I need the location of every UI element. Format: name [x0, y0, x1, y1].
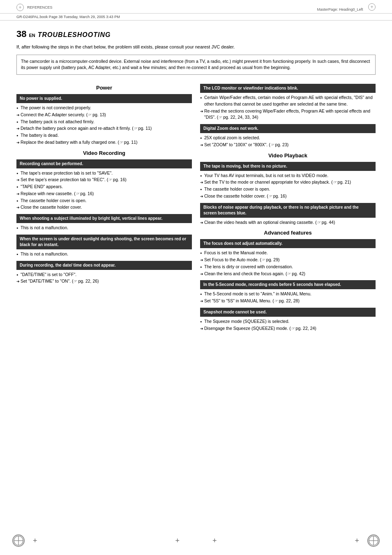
item-text: "DATE/TIME" is set to "OFF". [21, 272, 76, 277]
item-text: Set the TV to the mode or channel approp… [204, 180, 351, 184]
list-item: Set "ZOOM" to "100X" or "800X". (☞ pg. 2… [200, 142, 376, 148]
item-text: The battery pack is not attached firmly. [21, 119, 95, 124]
item-text: Your TV has AV input terminals, but is n… [204, 173, 328, 178]
snapshot-header: Snapshot mode cannot be used. [200, 308, 376, 317]
page-en-label: EN [29, 33, 35, 38]
item-text: Re-read the sections covering Wipe/Fader… [204, 108, 370, 120]
video-recording-header: Video Recording [16, 150, 192, 156]
item-text: Close the cassette holder cover. [21, 205, 82, 210]
list-item: Disengage the Squeeze (SQUEEZE) mode. (☞… [200, 325, 376, 332]
list-item: The 5-Second mode is set to "Anim." in M… [200, 291, 376, 297]
list-item: 25X optical zoom is selected. [200, 135, 376, 141]
col-right: The LCD monitor or viewfinder indication… [200, 81, 376, 333]
bottom-left-crosshair: + [33, 537, 37, 545]
list-item: Set "DATE/TIME" to "ON". (☞ pg. 22, 26) [16, 278, 192, 285]
item-text: "TAPE END" appears. [21, 184, 63, 189]
list-item: Close the cassette holder cover. [16, 204, 192, 211]
top-left-corner-mark [16, 4, 24, 11]
no-power-list: The power is not connected properly. Con… [16, 105, 192, 146]
top-right-corner-mark [368, 3, 376, 11]
list-item: "DATE/TIME" is set to "OFF". [16, 272, 192, 278]
tape-moving-list: Your TV has AV input terminals, but is n… [200, 173, 376, 200]
item-text: Set Focus to the Auto mode. (☞ pg. 29) [204, 257, 280, 262]
page-title: TROUBLESHOOTING [38, 31, 111, 39]
item-text: The power is not connected properly. [21, 105, 91, 110]
list-item: The battery is dead. [16, 132, 192, 139]
item-text: Set "5S" to "5S" in MANUAL Menu. (☞ pg. … [204, 298, 300, 303]
list-item: The battery pack is not attached firmly. [16, 119, 192, 125]
list-item: Clean the lens and check the focus again… [200, 271, 376, 277]
bright-light-list: This is not a malfunction. [16, 225, 192, 231]
five-second-header: In the 5-Second mode, recording ends bef… [200, 280, 376, 289]
item-text: Close the cassette holder cover. (☞ pg. … [204, 193, 286, 198]
item-text: Replace with new cassette. (☞ pg. 16) [21, 191, 94, 196]
references-label: REFERENCES [27, 5, 53, 9]
lcd-blink-list: Certain Wipe/Fader effects, certain mode… [200, 94, 376, 121]
main-content: 38 EN TROUBLESHOOTING If, after followin… [0, 21, 392, 345]
direct-sunlight-header: When the screen is under direct sunlight… [16, 235, 192, 249]
item-text: Clean the video heads with an optional c… [204, 220, 335, 225]
top-bar: REFERENCES MasterPage: Heading0_Left [0, 0, 392, 14]
item-text: Set "DATE/TIME" to "ON". (☞ pg. 22, 26) [21, 279, 99, 283]
bottom-marks: + + + + [0, 534, 392, 547]
video-playback-header: Video Playback [200, 152, 376, 159]
list-item: "TAPE END" appears. [16, 184, 192, 190]
list-item: The tape's erase protection tab is set t… [16, 170, 192, 177]
bottom-left-marks: + [12, 534, 37, 547]
power-section-header: Power [16, 85, 192, 91]
no-power-header: No power is supplied. [16, 94, 192, 103]
item-text: This is not a malfunction. [21, 225, 68, 230]
item-text: Detach the battery pack once again and r… [21, 126, 152, 131]
focus-list: Focus is set to the Manual mode. Set Foc… [200, 250, 376, 277]
bottom-right-circle [367, 534, 380, 547]
list-item: This is not a malfunction. [16, 251, 192, 258]
list-item: Your TV has AV input terminals, but is n… [200, 173, 376, 179]
advanced-features-header: Advanced features [200, 230, 376, 236]
item-text: This is not a malfunction. [21, 251, 68, 256]
focus-header: The focus does not adjust automatically. [200, 239, 376, 248]
digital-zoom-header: Digital Zoom does not work. [200, 124, 376, 133]
five-second-list: The 5-Second mode is set to "Anim." in M… [200, 291, 376, 304]
list-item: Set the tape's erase protection tab to "… [16, 177, 192, 183]
list-item: Certain Wipe/Fader effects, certain mode… [200, 94, 376, 108]
lcd-blink-header: The LCD monitor or viewfinder indication… [200, 84, 376, 93]
warning-text: The camcorder is a microcomputer-control… [21, 59, 370, 70]
recording-cannot-list: The tape's erase protection tab is set t… [16, 170, 192, 211]
list-item: The power is not connected properly. [16, 105, 192, 111]
list-item: The cassette holder cover is open. [200, 186, 376, 193]
top-bar-left: REFERENCES [16, 4, 53, 11]
bottom-center-crosshair-right: + [212, 537, 217, 545]
list-item: Clean the video heads with an optional c… [200, 219, 376, 226]
item-text: Disengage the Squeeze (SQUEEZE) mode. (☞… [204, 326, 316, 331]
bottom-left-circle [12, 534, 25, 547]
page-container: REFERENCES MasterPage: Heading0_Left GR-… [0, 0, 392, 555]
snapshot-list: The Squeeze mode (SQUEEZE) is selected. … [200, 318, 376, 332]
item-text: Replace the dead battery with a fully ch… [21, 140, 138, 145]
subtitle-text: GR-D246PAL.book Page 38 Tuesday, March 2… [16, 15, 120, 19]
list-item: This is not a malfunction. [16, 225, 192, 231]
bottom-center-marks: + + [175, 537, 217, 545]
item-text: The 5-Second mode is set to "Anim." in M… [204, 291, 311, 296]
two-col-layout: Power No power is supplied. The power is… [16, 81, 376, 333]
list-item: Replace the dead battery with a fully ch… [16, 139, 192, 146]
list-item: Close the cassette holder cover. (☞ pg. … [200, 193, 376, 200]
masterpage-label: MasterPage: Heading0_Left [317, 7, 363, 12]
date-time-list: "DATE/TIME" is set to "OFF". Set "DATE/T… [16, 272, 192, 285]
item-text: Clean the lens and check the focus again… [204, 271, 305, 276]
list-item: Connect the AC Adapter securely. (☞ pg. … [16, 112, 192, 118]
blocks-noise-list: Clean the video heads with an optional c… [200, 219, 376, 226]
col-left: Power No power is supplied. The power is… [16, 81, 192, 333]
top-bar-right: MasterPage: Heading0_Left [317, 3, 376, 12]
list-item: Replace with new cassette. (☞ pg. 16) [16, 191, 192, 197]
intro-text: If, after following the steps in the cha… [16, 44, 376, 51]
item-text: 25X optical zoom is selected. [204, 135, 260, 140]
item-text: The cassette holder cover is open. [21, 198, 87, 203]
tape-moving-header: The tape is moving, but there is no pict… [200, 162, 376, 171]
bottom-right-crosshair: + [355, 537, 359, 545]
page-heading: 38 EN TROUBLESHOOTING [16, 29, 376, 39]
list-item: Set Focus to the Auto mode. (☞ pg. 29) [200, 257, 376, 263]
list-item: The cassette holder cover is open. [16, 198, 192, 204]
date-time-header: During recording, the date/ time does no… [16, 261, 192, 270]
item-text: The tape's erase protection tab is set t… [21, 170, 113, 175]
item-text: Set the tape's erase protection tab to "… [21, 177, 127, 182]
